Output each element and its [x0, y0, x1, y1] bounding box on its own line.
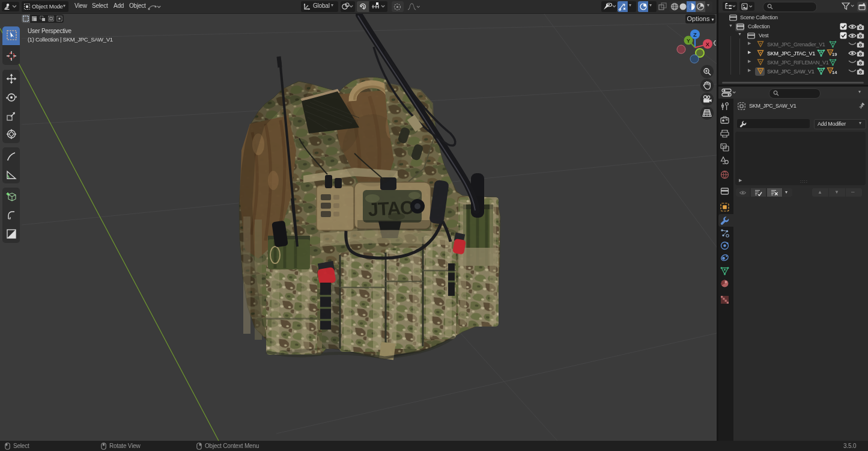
svg-text:X: X [706, 41, 710, 48]
svg-text:Y: Y [687, 38, 690, 44]
svg-text:Z: Z [693, 31, 697, 38]
